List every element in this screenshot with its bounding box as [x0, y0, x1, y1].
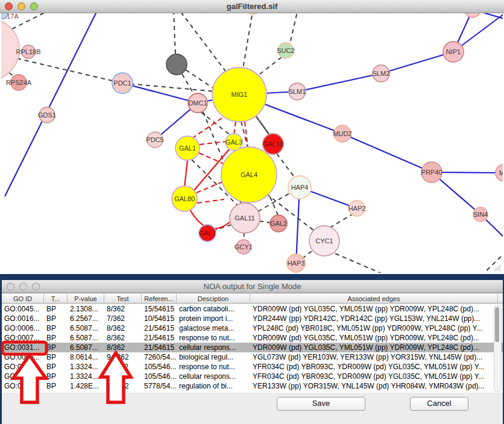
cell-r2-c3[interactable]: 8/362: [104, 323, 142, 333]
cell-r1-c6[interactable]: YDR244W (pp) YDR142C, YDR142C (pp) YGL15…: [250, 314, 498, 323]
cell-r5-c0[interactable]: GO:0065...: [2, 352, 44, 362]
edge-reddash[interactable]: [245, 122, 248, 147]
cell-r8-c3[interactable]: 80/362: [104, 381, 142, 391]
cell-r8-c4[interactable]: 5778/54...: [142, 381, 177, 391]
edge-graydash[interactable]: [243, 13, 253, 69]
cell-r8-c6[interactable]: YER133W (pp) YOR315W, YNL145W (pd) YHR08…: [250, 381, 498, 391]
column-header-test[interactable]: Test: [104, 294, 142, 304]
node-gray[interactable]: [166, 54, 187, 75]
edge-graydash[interactable]: [330, 214, 352, 228]
cell-r8-c0[interactable]: GO:0050...: [2, 381, 44, 391]
cell-r6-c1[interactable]: BP: [44, 362, 68, 372]
edge-red[interactable]: [184, 160, 187, 187]
cell-r0-c4[interactable]: 15/54615: [142, 304, 177, 314]
cell-r7-c3[interactable]: 11/362: [104, 372, 142, 381]
cell-r3-c4[interactable]: 21/54615: [142, 333, 177, 343]
cell-r5-c4[interactable]: 7260/54...: [142, 352, 177, 362]
cell-r0-c1[interactable]: BP: [44, 304, 68, 314]
table-row-5[interactable]: GO:0065...BP8.0614...94/3627260/54...bio…: [2, 352, 503, 362]
edge-graydash[interactable]: [215, 225, 232, 230]
cell-r6-c3[interactable]: 11/362: [104, 362, 142, 372]
edge-graydash[interactable]: [17, 58, 122, 83]
column-header-associated-edges[interactable]: Associated edges: [250, 294, 498, 304]
cell-r5-c5[interactable]: biological regul...: [177, 352, 250, 362]
cell-r4-c0[interactable]: GO:0031...: [2, 343, 44, 352]
cell-r2-c0[interactable]: GO:0006...: [2, 323, 44, 333]
edge-graydash[interactable]: [174, 13, 175, 54]
cell-r7-c6[interactable]: YFR034C (pd) YBR093C, YDR009W (pd) YGL03…: [250, 372, 498, 381]
column-header-referen-[interactable]: Referen...: [142, 294, 177, 304]
edge-graydash[interactable]: [186, 70, 215, 89]
table-row-6[interactable]: GO:0031...BP1.3324...11/362105/546...res…: [2, 362, 503, 372]
cell-r3-c1[interactable]: BP: [44, 333, 68, 343]
cell-r7-c0[interactable]: GO:0031...: [2, 372, 44, 381]
cell-r0-c5[interactable]: carbon cataboli...: [177, 304, 250, 314]
cell-r4-c4[interactable]: 21/54615: [142, 343, 177, 352]
cell-r8-c5[interactable]: regulation of bi...: [177, 381, 250, 391]
cell-r4-c2[interactable]: 6.5087...: [68, 343, 104, 352]
save-button[interactable]: Save: [277, 397, 365, 411]
cell-r8-c2[interactable]: 1.428E...: [68, 381, 104, 391]
cell-r3-c2[interactable]: 6.5087...: [68, 333, 104, 343]
node-top-green-partial[interactable]: [247, 13, 260, 14]
network-titlebar[interactable]: galFiltered.sif: [0, 0, 504, 13]
cell-r0-c2[interactable]: 2.1308...: [68, 304, 104, 314]
cell-r3-c0[interactable]: GO:0007...: [2, 333, 44, 343]
table-row-0[interactable]: GO:0045...BP2.1308...8/36215/54615carbon…: [2, 304, 503, 314]
cell-r7-c2[interactable]: 1.3324...: [68, 372, 104, 381]
cell-r6-c0[interactable]: GO:0031...: [2, 362, 44, 372]
edge-blue[interactable]: [297, 73, 381, 92]
cell-r4-c1[interactable]: BP: [44, 343, 68, 352]
edge-reddash[interactable]: [194, 118, 222, 137]
edge-graydash[interactable]: [260, 57, 282, 74]
cell-r1-c4[interactable]: 10/54615: [142, 314, 177, 323]
edge-graydash[interactable]: [244, 232, 244, 240]
column-header-t-[interactable]: T...: [44, 294, 68, 304]
resize-grip-icon[interactable]: [494, 264, 501, 272]
cell-r2-c5[interactable]: galactose meta...: [177, 323, 250, 333]
network-canvas[interactable]: 17ARPL18BRPS24AGDS1PDC1MIG1DMC1SUC2SLM1S…: [1, 13, 503, 273]
edge-graydash[interactable]: [291, 13, 297, 41]
edge-graydash[interactable]: [182, 74, 194, 95]
column-header-desciption[interactable]: Desciption: [177, 294, 250, 304]
cell-r1-c2[interactable]: 6.2567...: [68, 314, 104, 323]
cell-r3-c5[interactable]: response to nut...: [177, 333, 250, 343]
cell-r3-c3[interactable]: 8/362: [104, 333, 142, 343]
table-header[interactable]: GO IDT...P-valueTestReferen...Desciption…: [2, 294, 503, 304]
cell-r5-c2[interactable]: 8.0614...: [68, 352, 104, 362]
cell-r2-c6[interactable]: YPL248C (pd) YBR018C, YML051W (pp) YDR00…: [250, 323, 498, 333]
cell-r2-c4[interactable]: 21/54615: [142, 323, 177, 333]
table-row-4[interactable]: GO:0031...BP6.5087...8/36221/54615cellul…: [2, 343, 503, 352]
cell-r2-c2[interactable]: 6.5087...: [68, 323, 104, 333]
cell-r0-c3[interactable]: 8/362: [104, 304, 142, 314]
noa-titlebar[interactable]: NOA output for Single Mode: [2, 280, 503, 293]
cell-r5-c1[interactable]: BP: [44, 352, 68, 362]
cell-r5-c6[interactable]: YGL073W (pd) YER103W, YER133W (pp) YOR31…: [250, 352, 498, 362]
cell-r6-c5[interactable]: response to nut...: [177, 362, 250, 372]
node-top-right-partial[interactable]: [465, 13, 480, 17]
cell-r4-c3[interactable]: 8/362: [104, 343, 142, 352]
edge-graydash[interactable]: [181, 13, 227, 73]
cell-r1-c1[interactable]: BP: [44, 314, 68, 323]
column-header-p-value[interactable]: P-value: [68, 294, 104, 304]
table-row-2[interactable]: GO:0006...BP6.5087...8/36221/54615galact…: [2, 323, 503, 333]
cell-r4-c6[interactable]: YDR009W (pd) YGL035C, YML051W (pp) YDR00…: [250, 343, 498, 352]
edge-graydash[interactable]: [335, 254, 387, 273]
cell-r0-c6[interactable]: YDR009W (pd) YGL035C, YML051W (pp) YDR00…: [250, 304, 498, 314]
scrollbar-thumb[interactable]: [495, 307, 499, 342]
cell-r1-c0[interactable]: GO:0016...: [2, 314, 44, 323]
cell-r5-c3[interactable]: 94/362: [104, 352, 142, 362]
cell-r8-c1[interactable]: BP: [44, 381, 68, 391]
edge-blue[interactable]: [342, 134, 432, 172]
edge-blue[interactable]: [122, 83, 198, 103]
table-row-7[interactable]: GO:0031...BP1.3324...11/362105/546...cel…: [2, 372, 503, 381]
edge-graysolid[interactable]: [256, 116, 269, 135]
table-row-3[interactable]: GO:0007...BP6.5087...8/36221/54615respon…: [2, 333, 503, 343]
cell-r4-c5[interactable]: cellular respons...: [177, 343, 250, 352]
cell-r3-c6[interactable]: YDR009W (pd) YGL035C, YML051W (pp) YDR00…: [250, 333, 498, 343]
cell-r6-c2[interactable]: 1.3324...: [68, 362, 104, 372]
table-row-8[interactable]: GO:0050...BP1.428E...80/3625778/54...reg…: [2, 381, 503, 391]
edge-graydash[interactable]: [259, 221, 271, 223]
edge-reddash[interactable]: [199, 153, 224, 164]
edge-reddash[interactable]: [197, 199, 224, 203]
